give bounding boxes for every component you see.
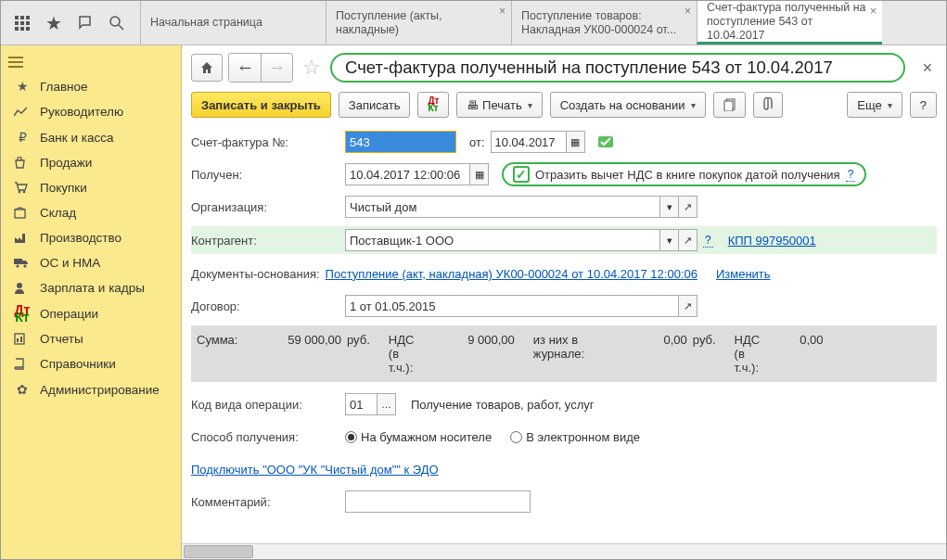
sidebar-item-warehouse[interactable]: Склад [1, 200, 181, 225]
contract-input[interactable]: 1 от 01.05.2015 [345, 295, 679, 317]
open-icon[interactable]: ↗ [679, 229, 697, 251]
sidebar-item-label: Банк и касса [40, 131, 114, 145]
tab-receipts[interactable]: Поступление (акты, накладные)× [326, 1, 511, 45]
attach-button[interactable] [753, 92, 783, 118]
factory-icon [14, 233, 31, 244]
print-button[interactable]: 🖶 Печать [456, 92, 542, 118]
edo-connect-link[interactable]: Подключить "ООО "УК "Чистый дом"" к ЭДО [191, 463, 439, 477]
svg-rect-3 [15, 21, 19, 25]
sidebar-item-label: Склад [40, 206, 76, 220]
basis-doc-link[interactable]: Поступление (акт, накладная) УК00-000024… [326, 267, 697, 281]
totals-bar: Сумма: 59 000,00 руб. НДС (в т.ч.): 9 00… [191, 325, 937, 382]
history-icon[interactable] [71, 10, 99, 36]
close-icon[interactable]: × [499, 5, 505, 18]
open-icon[interactable]: ↗ [679, 196, 697, 218]
svg-rect-7 [20, 27, 24, 31]
sidebar-item-main[interactable]: ★Главное [1, 73, 181, 99]
vat-label: НДС (в т.ч.): [389, 333, 426, 375]
journal-value: 0,00 [604, 333, 687, 347]
favorite-icon[interactable]: ★ [40, 10, 68, 36]
svg-rect-8 [26, 27, 30, 31]
gear-icon: ✿ [14, 382, 31, 397]
method-electronic-radio[interactable]: В электронном виде [510, 430, 640, 444]
from-date-input[interactable]: 10.04.2017 [491, 131, 567, 153]
content-area: 🡐 🡒 ☆ Счет-фактура полученный на поступл… [182, 45, 946, 559]
sidebar-item-hr[interactable]: Зарплата и кадры [1, 275, 181, 300]
comment-input[interactable] [345, 490, 531, 513]
more-button[interactable]: Еще [847, 92, 902, 118]
dropdown-icon[interactable]: ▾ [660, 229, 679, 251]
svg-point-19 [23, 264, 26, 267]
save-button[interactable]: Записать [339, 92, 411, 118]
counterparty-input[interactable]: Поставщик-1 ООО [345, 229, 660, 251]
sidebar-item-manager[interactable]: Руководителю [1, 99, 181, 124]
contract-label: Договор: [191, 299, 339, 313]
dropdown-icon[interactable]: ▾ [660, 196, 679, 218]
sidebar-item-purchases[interactable]: Покупки [1, 175, 181, 200]
sidebar-item-admin[interactable]: ✿Администрирование [1, 376, 181, 402]
status-flag-icon[interactable] [598, 136, 613, 147]
nav-forward-button[interactable]: 🡒 [261, 54, 292, 82]
svg-rect-23 [20, 337, 22, 342]
calendar-icon[interactable]: ▦ [567, 131, 585, 153]
op-code-desc: Получение товаров, работ, услуг [411, 398, 595, 412]
printer-icon: 🖶 [467, 98, 479, 112]
journal-label: из них в журнале: [533, 333, 598, 361]
tab-invoice[interactable]: Счет-фактура полученный на поступление 5… [697, 1, 882, 45]
apps-icon[interactable] [8, 10, 36, 36]
sidebar: ★Главное Руководителю ₽Банк и касса Прод… [1, 45, 182, 559]
sidebar-item-label: ОС и НМА [40, 256, 100, 270]
horizontal-scrollbar[interactable] [182, 543, 946, 559]
change-link[interactable]: Изменить [716, 267, 771, 281]
received-dt-input[interactable]: 10.04.2017 12:00:06 [345, 163, 470, 185]
tab-label: Поступление (акты, накладные) [336, 9, 502, 37]
svg-rect-0 [15, 16, 19, 19]
method-paper-radio[interactable]: На бумажном носителе [345, 430, 492, 444]
svg-rect-6 [15, 27, 19, 31]
svg-rect-5 [26, 21, 30, 25]
sidebar-item-bank[interactable]: ₽Банк и касса [1, 124, 181, 150]
sidebar-item-production[interactable]: Производство [1, 225, 181, 250]
sidebar-item-assets[interactable]: ОС и НМА [1, 250, 181, 275]
svg-point-14 [19, 191, 21, 194]
favorite-star-icon[interactable]: ☆ [302, 56, 321, 80]
tab-start-page[interactable]: Начальная страница [140, 1, 326, 45]
tab-label: Поступление товаров: Накладная УК00-0000… [521, 9, 687, 37]
close-form-icon[interactable]: ✕ [918, 57, 937, 79]
sidebar-item-operations[interactable]: ДтКтОперации [1, 300, 181, 326]
svg-rect-17 [14, 259, 22, 264]
sidebar-item-reports[interactable]: Отчеты [1, 326, 181, 351]
help-link-icon[interactable]: ? [703, 234, 713, 248]
search-icon[interactable] [103, 10, 131, 36]
vat-checkbox[interactable]: ✓ [513, 166, 530, 183]
sidebar-item-label: Продажи [40, 156, 92, 170]
invoice-no-input[interactable]: 543 [345, 131, 456, 153]
calendar-icon[interactable]: ▦ [470, 163, 489, 185]
home-button[interactable] [191, 54, 223, 82]
close-icon[interactable]: × [685, 5, 691, 18]
sidebar-item-catalogs[interactable]: Справочники [1, 351, 181, 376]
ruble-icon: ₽ [14, 130, 31, 145]
book-icon [14, 358, 31, 370]
svg-rect-25 [724, 101, 733, 111]
nav-back-button[interactable]: 🡐 [229, 54, 261, 82]
close-icon[interactable]: × [870, 5, 877, 18]
help-button[interactable]: ? [910, 92, 937, 118]
open-icon[interactable]: ↗ [679, 295, 697, 317]
select-icon[interactable]: … [378, 393, 396, 415]
help-link-icon[interactable]: ? [846, 168, 856, 182]
sidebar-item-label: Зарплата и кадры [40, 281, 145, 295]
save-and-close-button[interactable]: Записать и закрыть [191, 92, 331, 118]
tab-receipt-doc[interactable]: Поступление товаров: Накладная УК00-0000… [511, 1, 697, 45]
sidebar-item-sales[interactable]: Продажи [1, 150, 181, 175]
svg-line-10 [119, 25, 123, 30]
truck-icon [14, 258, 31, 268]
create-based-button[interactable]: Создать на основании [550, 92, 706, 118]
org-input[interactable]: Чистый дом [345, 196, 660, 218]
copy-button[interactable] [713, 92, 746, 118]
post-button[interactable]: ДтКт [417, 92, 449, 118]
sidebar-toggle-icon[interactable] [1, 51, 181, 73]
sidebar-item-label: Отчеты [40, 332, 83, 346]
op-code-input[interactable]: 01 [345, 393, 378, 415]
kpp-link[interactable]: КПП 997950001 [728, 234, 816, 248]
